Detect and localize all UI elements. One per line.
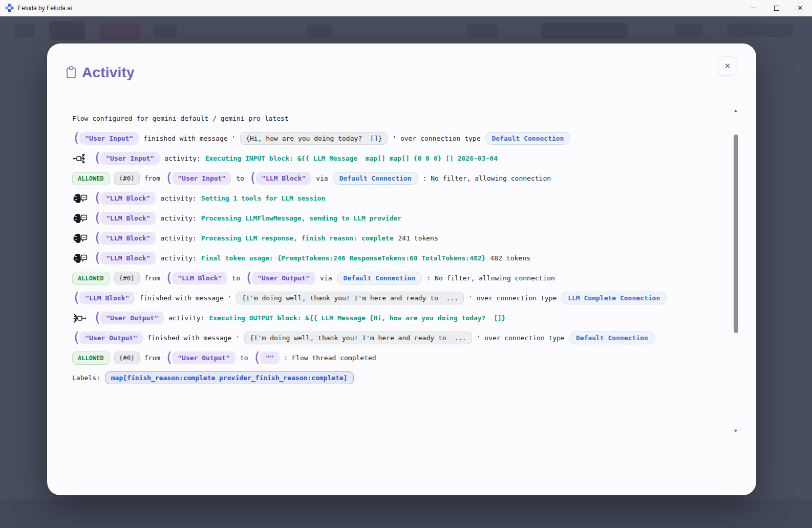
message-pill: {I'm doing well, thank you! I'm here and…: [236, 292, 464, 304]
dimmed-background-element: [14, 24, 35, 38]
window-titlebar: Feluda by Feluda.ai ✕: [0, 0, 812, 16]
activity-text: Executing INPUT block: &{{ LLM Message m…: [205, 155, 498, 162]
block-badge-label: "LLM Block": [100, 232, 156, 245]
log-line-llm-final-token-usage: ("LLM Block" activity: Final token usage…: [72, 251, 726, 266]
dimmed-background-element: [0, 499, 812, 528]
block-badge-llm-block: ("LLM Block": [93, 251, 156, 265]
connection-badge-default: Default Connection: [333, 172, 418, 185]
paren-glyph: (: [165, 270, 173, 284]
scroll-up-arrow[interactable]: ▲: [731, 107, 740, 114]
maximize-button[interactable]: [765, 0, 788, 16]
thread-number-badge: (#0): [114, 272, 140, 284]
log-line-allowed-input-to-llm: ALLOWED (#0) from ("User Input" to ("LLM…: [72, 171, 726, 186]
block-badge-label: "User Input": [79, 132, 139, 145]
log-text: activity:: [160, 214, 196, 222]
log-line-llm-setting-tools: ("LLM Block" activity: Setting 1 tools f…: [72, 191, 726, 206]
block-badge-label: "User Input": [172, 172, 231, 185]
block-badge-label: "LLM Block": [100, 212, 156, 225]
log-text: from: [144, 174, 160, 182]
paren-glyph: (: [93, 250, 101, 264]
allowed-badge: ALLOWED: [72, 272, 110, 285]
log-text: from: [144, 274, 160, 282]
connection-badge-default: Default Connection: [337, 272, 422, 284]
log-line-llm-processing-response: ("LLM Block" activity: Processing LLM re…: [72, 231, 726, 246]
log-text: activity:: [160, 194, 196, 202]
log-line-llm-finished: ("LLM Block" finished with message ' {I'…: [72, 291, 726, 305]
log-line-labels: Labels: map[finish_reason:complete provi…: [72, 370, 726, 385]
activity-modal: Activity ✕ Flow configured for gemini-de…: [47, 43, 756, 495]
dimmed-background-element: [675, 24, 702, 37]
block-badge-llm-block: ("LLM Block": [93, 231, 156, 245]
log-text: via: [320, 274, 332, 282]
log-text: activity:: [160, 254, 196, 262]
llm-block-icon: [72, 192, 89, 205]
scrollbar[interactable]: ▲ ▼: [731, 102, 740, 435]
dimmed-background-element: [541, 23, 628, 39]
log-text: activity:: [164, 155, 200, 162]
clipboard-icon: [66, 66, 77, 79]
allowed-badge: ALLOWED: [72, 351, 110, 365]
close-window-icon: ✕: [798, 5, 803, 11]
minimize-button[interactable]: [741, 0, 765, 16]
log-line-flow-configured: Flow configured for gemini-default / gem…: [72, 111, 726, 126]
output-block-icon: [72, 312, 89, 324]
llm-block-icon: [72, 212, 89, 225]
activity-text: Processing LLMFlowMessage, sending to LL…: [201, 214, 401, 222]
log-text: : No filter, allowing connection: [423, 174, 551, 182]
thread-number-badge: (#0): [114, 351, 140, 364]
block-badge-user-output: ("User Output": [93, 311, 164, 325]
block-badge-user-output: ("User Output": [72, 331, 143, 345]
log-text: finished with message ': [139, 294, 231, 302]
log-text: ' over connection type: [468, 294, 557, 302]
log-line-allowed-llm-to-output: ALLOWED (#0) from ("LLM Block" to ("User…: [72, 271, 726, 285]
block-badge-user-output: ("User Output": [165, 351, 236, 365]
modal-close-button[interactable]: ✕: [718, 56, 737, 76]
input-block-icon: [72, 152, 89, 165]
log-text: to: [232, 274, 240, 282]
paren-glyph: (: [245, 270, 253, 284]
dimmed-background-element: [727, 24, 794, 37]
paren-glyph: (: [93, 150, 101, 164]
block-badge-label: "LLM Block": [79, 292, 135, 304]
dimmed-background-element: [306, 25, 333, 38]
scroll-down-arrow[interactable]: ▼: [731, 428, 740, 434]
paren-glyph: (: [72, 130, 80, 144]
paren-glyph: (: [249, 170, 257, 184]
log-text: via: [316, 174, 328, 182]
activity-text: Executing OUTPUT block: &{{ LLM Message …: [209, 314, 505, 322]
block-badge-label: "LLM Block": [256, 172, 311, 185]
block-badge-user-input: ("User Input": [72, 131, 139, 145]
log-text: finished with message ': [143, 135, 236, 142]
log-text: from: [144, 354, 160, 362]
log-line-output-finished: ("User Output" finished with message ' {…: [72, 331, 726, 345]
log-text: activity:: [160, 234, 196, 242]
block-badge-llm-block: ("LLM Block": [165, 271, 227, 285]
modal-header: Activity ✕: [47, 43, 756, 89]
paren-glyph: (: [93, 190, 101, 204]
paren-glyph: (: [72, 290, 80, 304]
llm-block-icon: [72, 232, 89, 245]
block-badge-llm-block: ("LLM Block": [249, 171, 311, 185]
log-line-input-activity: ("User Input" activity: Executing INPUT …: [72, 151, 726, 166]
block-badge-label: "LLM Block": [100, 192, 156, 205]
allowed-badge: ALLOWED: [72, 172, 110, 185]
log-line-user-input-finished: ("User Input" finished with message ' {H…: [72, 131, 726, 146]
dimmed-background-element: [49, 21, 85, 40]
log-text: ' over connection type: [477, 334, 565, 342]
app-logo-icon: [5, 4, 14, 12]
block-badge-llm-block: ("LLM Block": [93, 191, 156, 205]
activity-log[interactable]: Flow configured for gemini-default / gem…: [65, 102, 742, 435]
llm-block-icon: [72, 252, 89, 265]
close-window-button[interactable]: ✕: [788, 0, 812, 16]
log-text: finished with message ': [147, 334, 240, 342]
block-badge-label: "User Output": [79, 332, 143, 344]
token-count: 241 tokens: [398, 234, 438, 242]
dimmed-background-element: [467, 24, 498, 38]
block-badge-label: "LLM Block": [100, 252, 156, 265]
log-text: Flow configured for gemini-default / gem…: [72, 115, 289, 122]
block-badge-user-input: ("User Input": [93, 151, 160, 165]
block-badge-llm-block: ("LLM Block": [93, 211, 156, 225]
window-controls: ✕: [741, 0, 812, 16]
log-text: ' over connection type: [392, 135, 480, 142]
scrollbar-thumb[interactable]: [734, 135, 738, 333]
